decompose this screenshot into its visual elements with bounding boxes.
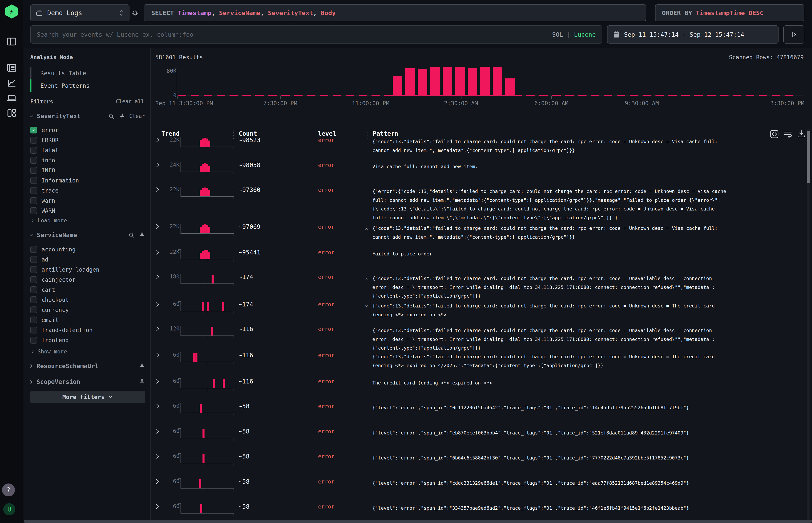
checkbox[interactable] xyxy=(30,147,37,154)
expand-row-chevron-icon[interactable] xyxy=(155,378,161,385)
pattern-level: error xyxy=(318,453,334,459)
panel-toggle-icon[interactable] xyxy=(6,36,17,47)
time-range-picker[interactable]: Sep 11 15:47:14 - Sep 12 15:47:14 xyxy=(607,25,778,43)
service-option-checkout[interactable]: checkout xyxy=(30,295,69,305)
severity-option-INFO[interactable]: INFO xyxy=(30,165,55,175)
horizontal-scrollbar[interactable] xyxy=(23,520,812,523)
trend-axis-max-label: 180 xyxy=(161,273,179,279)
checkbox[interactable] xyxy=(30,327,37,333)
expand-row-chevron-icon[interactable] xyxy=(155,162,161,169)
expand-row-chevron-icon[interactable] xyxy=(155,249,161,256)
mode-lucene[interactable]: Lucene xyxy=(574,31,596,38)
gear-icon[interactable] xyxy=(131,9,140,18)
exclude-x-icon[interactable]: × xyxy=(365,275,368,284)
expand-row-chevron-icon[interactable] xyxy=(155,403,161,410)
analysis-mode-event-patterns[interactable]: Event Patterns xyxy=(30,79,143,92)
checkbox[interactable] xyxy=(30,246,37,253)
checkbox[interactable] xyxy=(30,337,37,344)
service-option-frontend[interactable]: frontend xyxy=(30,335,69,345)
log-search-icon[interactable] xyxy=(6,62,17,73)
filter-group-severitytext[interactable]: SeverityText Clear xyxy=(29,112,145,120)
help-button[interactable]: ? xyxy=(2,484,15,497)
checkbox[interactable] xyxy=(30,177,37,184)
trend-bar xyxy=(202,139,204,147)
expand-row-chevron-icon[interactable] xyxy=(155,352,161,359)
service-option-cart[interactable]: cart xyxy=(30,285,55,295)
order-by-input[interactable]: ORDER BY TimestampTime DESC xyxy=(655,4,804,21)
more-filters-button[interactable]: More filters xyxy=(30,391,145,403)
logo-bolt-icon[interactable]: ⚡ xyxy=(5,4,18,19)
service-option-artillery-loadgen[interactable]: artillery-loadgen xyxy=(30,265,100,275)
pattern-table-body: 22K~98523error{"code":13,"details":"fail… xyxy=(155,48,812,523)
filter-group-scopeversion[interactable]: ScopeVersion xyxy=(29,378,145,385)
checkbox[interactable]: ✓ xyxy=(30,127,37,133)
pin-icon[interactable] xyxy=(119,113,125,119)
exclude-x-icon[interactable]: × xyxy=(365,302,368,311)
severity-option-info[interactable]: info xyxy=(30,155,55,165)
checkbox[interactable] xyxy=(30,306,37,313)
search-icon[interactable] xyxy=(108,113,114,119)
severity-option-error[interactable]: ✓error xyxy=(30,125,58,135)
filter-group-servicename[interactable]: ServiceName xyxy=(29,232,145,238)
service-option-accounting[interactable]: accounting xyxy=(30,245,76,254)
service-option-cainjector[interactable]: cainjector xyxy=(30,275,76,285)
expand-row-chevron-icon[interactable] xyxy=(155,453,161,460)
checkbox[interactable] xyxy=(30,197,37,204)
chart-explorer-icon[interactable] xyxy=(6,77,17,89)
severity-option-trace[interactable]: trace xyxy=(30,185,58,196)
vertical-scrollbar-track[interactable] xyxy=(807,129,810,520)
checkbox[interactable] xyxy=(30,296,37,303)
run-query-button[interactable] xyxy=(783,25,804,43)
expand-row-chevron-icon[interactable] xyxy=(155,301,161,308)
service-option-ad[interactable]: ad xyxy=(30,254,48,265)
dashboards-icon[interactable] xyxy=(6,107,17,119)
checkbox[interactable] xyxy=(30,266,37,273)
clear-filter-button[interactable]: Clear xyxy=(129,113,145,119)
checkbox[interactable] xyxy=(30,286,37,293)
mode-sql[interactable]: SQL xyxy=(552,31,563,38)
severity-option-WARN[interactable]: WARN xyxy=(30,206,55,216)
expand-row-chevron-icon[interactable] xyxy=(155,274,161,281)
severity-option-ERROR[interactable]: ERROR xyxy=(30,135,58,145)
severity-option-fatal[interactable]: fatal xyxy=(30,145,58,155)
search-icon[interactable] xyxy=(128,232,135,238)
expand-row-chevron-icon[interactable] xyxy=(155,326,161,333)
checkbox[interactable] xyxy=(30,207,37,214)
pin-icon[interactable] xyxy=(139,232,145,238)
expand-row-chevron-icon[interactable] xyxy=(155,187,161,194)
clear-all-filters-button[interactable]: Clear all xyxy=(116,98,144,105)
expand-row-chevron-icon[interactable] xyxy=(155,223,161,231)
severity-load-more[interactable]: Load more xyxy=(30,217,67,223)
pin-icon[interactable] xyxy=(139,379,145,385)
expand-row-chevron-icon[interactable] xyxy=(155,428,161,435)
trend-bar xyxy=(208,190,210,196)
checkbox[interactable] xyxy=(30,276,37,283)
checkbox[interactable] xyxy=(30,317,37,323)
analysis-mode-results-table[interactable]: Results Table xyxy=(30,67,143,79)
filter-group-resourceschemaurl[interactable]: ResourceSchemaUrl xyxy=(29,362,145,369)
expand-row-chevron-icon[interactable] xyxy=(155,137,161,144)
trend-bar xyxy=(213,379,215,388)
service-option-currency[interactable]: currency xyxy=(30,305,69,315)
checkbox[interactable] xyxy=(30,167,37,174)
checkbox[interactable] xyxy=(30,187,37,194)
checkbox[interactable] xyxy=(30,157,37,164)
expand-row-chevron-icon[interactable] xyxy=(155,503,161,510)
vertical-scrollbar-thumb[interactable] xyxy=(807,131,810,183)
checkbox[interactable] xyxy=(30,256,37,263)
avatar[interactable]: U xyxy=(3,503,15,515)
sessions-icon[interactable] xyxy=(6,92,17,104)
source-select[interactable]: Demo Logs xyxy=(30,4,129,21)
expand-row-chevron-icon[interactable] xyxy=(155,479,161,485)
trend-axis-max-label: 22K xyxy=(161,186,179,193)
pin-icon[interactable] xyxy=(139,363,145,369)
severity-option-warn[interactable]: warn xyxy=(30,196,55,206)
service-option-email[interactable]: email xyxy=(30,315,58,325)
service-show-more[interactable]: Show more xyxy=(30,348,67,355)
select-clause-input[interactable]: SELECT Timestamp, ServiceName, SeverityT… xyxy=(144,4,646,21)
exclude-x-icon[interactable]: × xyxy=(365,224,368,233)
service-option-fraud-detection[interactable]: fraud-detection xyxy=(30,325,92,335)
severity-option-Information[interactable]: Information xyxy=(30,175,79,185)
search-input[interactable]: Search your events w/ Lucene ex. column:… xyxy=(30,25,602,43)
checkbox[interactable] xyxy=(30,137,37,144)
